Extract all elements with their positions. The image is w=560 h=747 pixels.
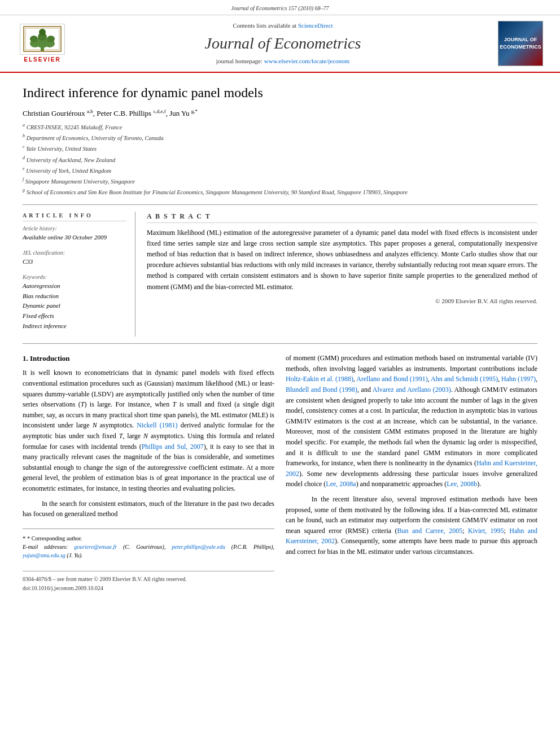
journal-homepage-line: journal homepage: www.elsevier.com/locat… (68, 57, 498, 65)
article-history-label: A R T I C L E I N F O (23, 212, 126, 221)
copyright-text: © 2009 Elsevier B.V. All rights reserved… (147, 297, 537, 305)
issn-line: 0304-4076/$ – see front matter © 2009 El… (23, 575, 274, 584)
keywords-section: Keywords: Autoregression Bias reduction … (23, 272, 126, 331)
bottom-bar: 0304-4076/$ – see front matter © 2009 El… (23, 571, 274, 592)
authors-line: Christian Gouriéroux a,b, Peter C.B. Phi… (23, 107, 537, 119)
affil-b: b Department of Economics, University of… (23, 133, 537, 143)
email-label: E-mail addresses: (23, 544, 74, 550)
footnote-email: E-mail addresses: gouriero@ensae.fr (C. … (23, 543, 274, 560)
lee-2008a-ref[interactable]: Lee, 2008a (326, 480, 356, 488)
svg-point-6 (47, 36, 55, 42)
hahn-kuersteiner-ref[interactable]: Hahn and Kuersteiner, 2002 (286, 459, 537, 478)
email-yu[interactable]: yujun@smu.edu.sg (23, 552, 65, 558)
section1-heading: 1. Introduction (23, 353, 274, 364)
right-column: of moment (GMM) procedures and estimatio… (286, 353, 537, 592)
affil-d: d University of Auckland, New Zealand (23, 155, 537, 165)
jel-sublabel: JEL classification: (23, 250, 65, 256)
alvarez-arellano-ref[interactable]: Alvarez and Arellano (2003) (373, 386, 451, 394)
section1-para1: It is well known to econometricians that… (23, 368, 274, 493)
affil-g: g School of Economics and Sim Kee Boon I… (23, 187, 537, 197)
affil-c: c Yale University, United States (23, 143, 537, 154)
nickell-ref[interactable]: Nickell (1981) (137, 421, 177, 429)
article-history-section: A R T I C L E I N F O Article history: A… (23, 212, 126, 242)
elsevier-tree-icon (23, 25, 62, 53)
svg-point-7 (39, 29, 46, 36)
homepage-url[interactable]: www.elsevier.com/locate/jeconom (264, 58, 349, 64)
homepage-prefix: journal homepage: (216, 58, 262, 64)
abstract-label: A B S T R A C T (147, 212, 537, 223)
ahn-schmidt-ref[interactable]: Ahn and Schmidt (1995) (431, 375, 498, 383)
hahn-ref[interactable]: Hahn (1997) (501, 375, 536, 383)
arellano-bond-ref[interactable]: Arellano and Bond (1991) (356, 375, 427, 383)
header-banner: ELSEVIER Contents lists available at Sci… (0, 15, 560, 73)
doi-line: doi:10.1016/j.jeconom.2009.10.024 (23, 584, 274, 593)
article-history-content: Article history: Available online 30 Oct… (23, 224, 126, 242)
jel-section: JEL classification: C33 (23, 248, 126, 267)
holtz-eakin-ref[interactable]: Holtz-Eakin et al. (1988) (286, 375, 353, 383)
email-author1: (C. Gouriéroux), (123, 544, 172, 550)
article-divider-bottom (23, 343, 537, 344)
footnote-email-text: E-mail addresses: gouriero@ensae.fr (C. … (23, 544, 274, 558)
journal-ref-text: Journal of Econometrics 157 (2010) 68–77 (231, 5, 329, 11)
available-online-text: Available online 30 October 2009 (23, 234, 107, 241)
article-info-panel: A R T I C L E I N F O Article history: A… (23, 212, 135, 337)
sciencedirect-link[interactable]: ScienceDirect (298, 22, 333, 29)
lee-2008b-ref[interactable]: Lee, 2008b (447, 480, 477, 488)
keyword-1: Autoregression (23, 282, 60, 289)
keyword-2: Bias reduction (23, 292, 59, 299)
history-sublabel: Article history: (23, 225, 57, 231)
keyword-4: Fixed effects (23, 312, 54, 319)
keywords-sublabel: Keywords: (23, 274, 47, 280)
affil-f: f Singapore Management University, Singa… (23, 176, 537, 186)
authors-text: Christian Gouriéroux a,b, Peter C.B. Phi… (23, 109, 198, 117)
keywords-content: Keywords: Autoregression Bias reduction … (23, 272, 126, 331)
footnote-corresponding: * Corresponding author. (27, 535, 82, 541)
keywords-list: Autoregression Bias reduction Dynamic pa… (23, 281, 126, 331)
blundell-bond-ref[interactable]: Blundell and Bond (1998) (286, 386, 357, 394)
email-gouriero[interactable]: gouriero@ensae.fr (74, 544, 117, 550)
elsevier-name-text: ELSEVIER (24, 56, 60, 64)
journal-title-header: Journal of Econometrics (68, 32, 498, 54)
sciencedirect-prefix: Contents lists available at (233, 22, 296, 29)
footnote-star-line: * * Corresponding author. (23, 534, 274, 543)
email-author2: (P.C.B. Phillips), (231, 544, 274, 550)
journal-ref-bar: Journal of Econometrics 157 (2010) 68–77 (0, 0, 560, 15)
left-column: 1. Introduction It is well known to econ… (23, 353, 274, 592)
kiviet-ref[interactable]: Kiviet, 1995 (468, 527, 504, 535)
bun-carree-ref[interactable]: Bun and Carree, 2005 (397, 527, 463, 535)
section1-heading-text: 1. Introduction (23, 354, 70, 362)
article-container: Indirect inference for dynamic panel mod… (0, 73, 560, 604)
keyword-5: Indirect inference (23, 322, 67, 329)
article-divider-top (23, 204, 537, 205)
email-author3: (J. Yu). (67, 552, 82, 558)
right-para2: In the recent literature also, several i… (286, 494, 537, 557)
jel-content: JEL classification: C33 (23, 248, 126, 267)
journal-logo-right: JOURNAL OF ECONOMETRICS (498, 21, 543, 66)
jel-code: C33 (23, 258, 33, 265)
header-center: Contents lists available at ScienceDirec… (68, 21, 498, 65)
phillips-sul-ref[interactable]: Phillips and Sul, 2007 (142, 443, 204, 451)
elsevier-logo: ELSEVIER (17, 24, 68, 64)
right-para1: of moment (GMM) procedures and estimatio… (286, 353, 537, 490)
affil-e: e University of York, United Kingdom (23, 165, 537, 176)
abstract-section: A B S T R A C T Maximum likelihood (ML) … (147, 212, 537, 337)
abstract-text: Maximum likelihood (ML) estimation of th… (147, 228, 537, 292)
email-phillips[interactable]: peter.phillips@yale.edu (172, 544, 225, 550)
affiliations: a CREST-INSEE, 92245 Malakoff, France b … (23, 122, 537, 198)
journal-logo-text: JOURNAL OF ECONOMETRICS (500, 36, 541, 50)
footnote-star-symbol: * (23, 535, 27, 541)
keyword-3: Dynamic panel (23, 302, 60, 309)
section1-para2: In the search for consistent estimators,… (23, 499, 274, 519)
elsevier-logo-image (20, 24, 65, 55)
article-title: Indirect inference for dynamic panel mod… (23, 84, 537, 102)
sciencedirect-line: Contents lists available at ScienceDirec… (68, 21, 498, 30)
svg-point-5 (30, 36, 38, 42)
footnotes: * * Corresponding author. E-mail address… (23, 528, 274, 560)
main-content: 1. Introduction It is well known to econ… (23, 353, 537, 592)
affil-a: a CREST-INSEE, 92245 Malakoff, France (23, 122, 537, 132)
article-body: A R T I C L E I N F O Article history: A… (23, 212, 537, 337)
